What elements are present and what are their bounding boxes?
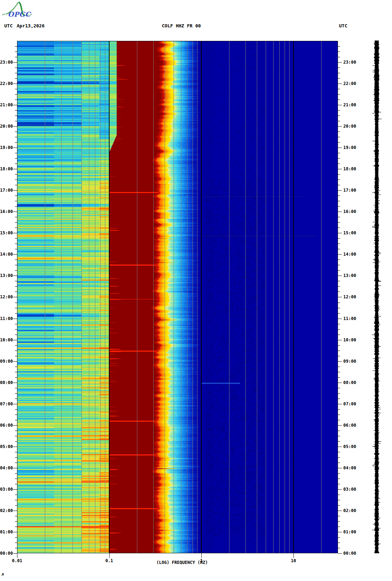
- freq-tick: [201, 553, 202, 558]
- time-label-left: 00:00: [0, 551, 13, 555]
- time-tick-right: [338, 495, 340, 495]
- time-label-right: 17:00: [343, 188, 356, 192]
- time-tick-right: [338, 553, 342, 554]
- time-label-right: 03:00: [343, 487, 356, 491]
- time-tick-left: [13, 553, 17, 554]
- time-tick-right: [338, 137, 340, 137]
- time-tick-right: [338, 404, 342, 404]
- time-tick-left: [13, 447, 17, 447]
- time-tick-right: [338, 185, 340, 185]
- time-tick-left: [15, 484, 17, 484]
- time-tick-left: [13, 148, 17, 148]
- time-tick-left: [15, 452, 17, 452]
- time-tick-right: [338, 78, 340, 79]
- time-label-right: 19:00: [343, 145, 356, 150]
- time-tick-left: [15, 351, 17, 351]
- time-tick-left: [15, 116, 17, 116]
- time-tick-right: [338, 126, 342, 127]
- time-tick-left: [15, 265, 17, 265]
- time-tick-right: [338, 68, 340, 68]
- time-tick-right: [338, 324, 340, 324]
- time-label-right: 11:00: [343, 316, 356, 321]
- time-tick-left: [15, 431, 17, 431]
- time-tick-right: [338, 335, 340, 335]
- time-tick-right: [338, 452, 340, 452]
- time-tick-left: [15, 543, 17, 543]
- time-tick-left: [15, 500, 17, 500]
- time-label-left: 14:00: [0, 252, 13, 256]
- time-tick-right: [338, 297, 342, 297]
- time-tick-left: [15, 324, 17, 324]
- time-tick-right: [338, 292, 340, 292]
- time-label-right: 12:00: [343, 295, 356, 299]
- time-tick-right: [338, 356, 340, 356]
- freq-tick-label: 10: [291, 559, 296, 563]
- time-label-right: 09:00: [343, 359, 356, 363]
- time-tick-left: [15, 356, 17, 356]
- time-tick-right: [338, 500, 340, 500]
- time-tick-right: [338, 153, 340, 153]
- time-tick-right: [338, 527, 340, 527]
- time-tick-left: [13, 233, 17, 233]
- time-tick-left: [15, 457, 17, 458]
- time-tick-right: [338, 308, 340, 308]
- time-tick-left: [13, 532, 17, 532]
- time-tick-left: [15, 409, 17, 410]
- time-tick-left: [13, 404, 17, 404]
- time-tick-left: [15, 527, 17, 527]
- time-tick-left: [13, 276, 17, 276]
- logo-text: OPGC: [8, 10, 32, 18]
- date-label: Apr13,2026: [17, 23, 44, 28]
- utc-label-right: UTC: [339, 23, 347, 28]
- time-tick-left: [15, 441, 17, 442]
- time-label-left: 21:00: [0, 103, 13, 107]
- time-tick-right: [338, 436, 340, 436]
- time-tick-right: [338, 180, 340, 180]
- freq-tick-label: 0.01: [12, 559, 22, 563]
- time-tick-left: [15, 537, 17, 538]
- time-tick-left: [15, 335, 17, 335]
- time-label-left: 16:00: [0, 209, 13, 214]
- time-tick-right: [338, 254, 342, 255]
- time-tick-left: [13, 511, 17, 511]
- time-tick-left: [15, 228, 17, 228]
- time-tick-left: [13, 468, 17, 468]
- time-label-right: 21:00: [343, 103, 356, 107]
- time-tick-right: [338, 110, 340, 111]
- time-tick-left: [15, 196, 17, 196]
- time-tick-left: [15, 46, 17, 47]
- time-tick-left: [13, 84, 17, 84]
- time-tick-left: [15, 463, 17, 463]
- time-tick-left: [15, 521, 17, 522]
- time-tick-left: [15, 180, 17, 180]
- time-tick-left: [15, 153, 17, 153]
- time-tick-right: [338, 463, 340, 463]
- time-label-left: 03:00: [0, 487, 13, 491]
- time-tick-left: [13, 62, 17, 63]
- time-tick-left: [15, 206, 17, 207]
- time-tick-right: [338, 148, 342, 148]
- time-tick-left: [15, 415, 17, 415]
- time-tick-right: [338, 281, 340, 281]
- time-tick-right: [338, 121, 340, 121]
- time-label-left: 07:00: [0, 402, 13, 406]
- time-tick-right: [338, 361, 342, 362]
- freq-tick-label: 0.1: [105, 559, 113, 563]
- time-label-left: 04:00: [0, 466, 13, 470]
- time-tick-left: [15, 142, 17, 143]
- time-tick-right: [338, 313, 340, 314]
- time-tick-right: [338, 319, 342, 319]
- time-tick-left: [15, 94, 17, 95]
- time-tick-right: [338, 399, 340, 399]
- time-tick-right: [338, 377, 340, 378]
- time-tick-right: [338, 46, 340, 47]
- time-tick-right: [338, 222, 340, 223]
- time-tick-left: [13, 383, 17, 383]
- time-tick-left: [13, 169, 17, 169]
- time-tick-right: [338, 164, 340, 164]
- time-tick-right: [338, 158, 340, 159]
- time-tick-left: [15, 164, 17, 164]
- utc-label-left: UTC: [4, 23, 12, 28]
- time-tick-right: [338, 52, 340, 52]
- time-tick-right: [338, 57, 340, 57]
